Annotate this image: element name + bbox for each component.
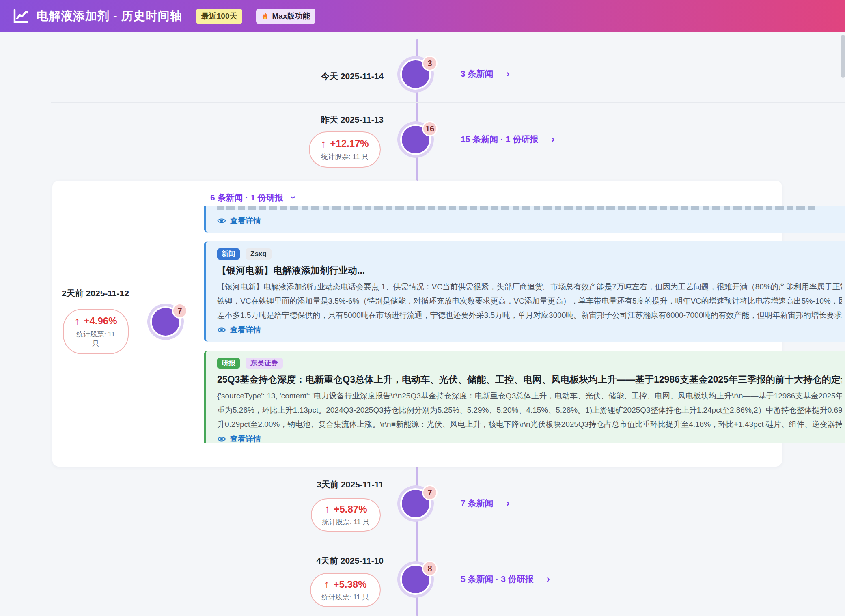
up-arrow-icon: ↑ — [324, 578, 329, 590]
chevron-right-icon: › — [551, 134, 554, 144]
change-stat-bubble: ↑ +5.38% 统计股票: 11 只 — [310, 573, 381, 607]
chevron-right-icon: › — [507, 498, 510, 508]
report-source-badge: 东吴证券 — [246, 358, 283, 369]
news-count-link[interactable]: 5 条新闻 · 3 份研报 › — [461, 573, 550, 585]
timeline-node[interactable]: 16 — [400, 124, 431, 155]
report-body-line: 升0.29pct至2.00%，钠电池、复合集流体上涨。\r\n■新能源：光伏、风… — [217, 417, 842, 431]
row-divider — [51, 102, 845, 103]
row-divider — [51, 543, 845, 543]
view-detail-link[interactable]: 查看详情 — [217, 215, 842, 226]
news-body-line: 铁锂，VC在铁锂里面的添加量是3.5%-6%（特别是储能，对循环充放电次数要求更… — [217, 294, 842, 308]
day-cards-list: 查看详情 新闻 Zsxq 【银河电新】电解液添加剂行业动... 【银河电新】电解… — [204, 206, 845, 443]
timeline-node[interactable]: 7 — [400, 488, 431, 519]
date-range-badge: 最近100天 — [196, 9, 243, 24]
timeline-node[interactable]: 3 — [400, 59, 431, 90]
news-count-link[interactable]: 7 条新闻 › — [461, 498, 510, 509]
entry-date: 2天前 2025-11-12 — [60, 288, 130, 299]
app-window: 电解液添加剂 - 历史时间轴 最近100天 Max版功能 今天 2025-11-… — [0, 0, 845, 616]
max-feature-badge: Max版功能 — [256, 9, 315, 24]
news-count-label: 3 条新闻 — [461, 68, 494, 80]
report-card[interactable]: 研报 东吴证券 25Q3基金持仓深度：电新重仓Q3总体上升，电动车、光伏、储能、… — [204, 351, 845, 443]
node-count-badge: 3 — [422, 56, 438, 71]
change-percent: +4.96% — [84, 315, 117, 327]
news-count-label: 7 条新闻 — [461, 498, 494, 509]
change-percent: +12.17% — [330, 138, 369, 149]
page-title: 电解液添加剂 - 历史时间轴 — [37, 8, 182, 24]
change-stat-bubble: ↑ +4.96% 统计股票: 11 只 — [63, 309, 129, 354]
chart-icon — [12, 8, 29, 25]
page-header: 电解液添加剂 - 历史时间轴 最近100天 Max版功能 — [0, 0, 845, 32]
max-feature-badge-label: Max版功能 — [272, 11, 310, 22]
news-body-line: 差不多1.5万吨是给宁德保供的，只有5000吨在市场进行流通，宁德也还要外采3.… — [217, 308, 842, 322]
news-card-clipped[interactable]: 查看详情 — [204, 206, 845, 233]
up-arrow-icon: ↑ — [321, 138, 326, 150]
news-source-badge: Zsxq — [246, 248, 272, 260]
report-body-line: 重为5.28%，环比上升1.13pct。2024Q3-2025Q3持仓比例分别为… — [217, 403, 842, 417]
clipped-text-fragment — [217, 206, 817, 210]
expanded-summary-link[interactable]: 6 条新闻 · 1 份研报 › — [210, 192, 294, 203]
chevron-right-icon: › — [507, 69, 510, 79]
chevron-down-icon: › — [287, 196, 298, 199]
entry-date: 昨天 2025-11-13 — [252, 114, 384, 125]
node-count-badge: 7 — [422, 485, 438, 500]
report-body-line: {'sourceType': 13, 'content': '电力设备行业深度报… — [217, 389, 842, 403]
view-detail-label: 查看详情 — [230, 434, 261, 443]
report-title: 25Q3基金持仓深度：电新重仓Q3总体上升，电动车、光伏、储能、工控、电网、风电… — [217, 373, 842, 386]
change-stat-bubble: ↑ +5.87% 统计股票: 11 只 — [311, 498, 381, 532]
timeline-node[interactable]: 8 — [400, 564, 431, 595]
news-body: 【银河电新】电解液添加剂行业动态电话会要点 1、供需情况：VC当前供需很紧，头部… — [217, 280, 842, 322]
change-percent: +5.87% — [334, 504, 367, 515]
change-percent: +5.38% — [333, 579, 366, 590]
stocks-count: 统计股票: 11 只 — [73, 330, 119, 349]
report-body: {'sourceType': 13, 'content': '电力设备行业深度报… — [217, 389, 842, 431]
fire-icon — [261, 12, 269, 21]
view-detail-link[interactable]: 查看详情 — [217, 434, 842, 443]
entry-date: 今天 2025-11-14 — [252, 71, 384, 82]
node-count-badge: 7 — [172, 303, 188, 319]
node-count-badge: 16 — [422, 121, 438, 136]
view-detail-link[interactable]: 查看详情 — [217, 325, 842, 335]
news-body-line: 【银河电新】电解液添加剂行业动态电话会要点 1、供需情况：VC当前供需很紧，头部… — [217, 280, 842, 294]
eye-icon — [217, 327, 226, 333]
entry-date: 4天前 2025-11-10 — [252, 555, 384, 566]
stocks-count: 统计股票: 11 只 — [322, 518, 370, 527]
expanded-day-panel: 6 条新闻 · 1 份研报 › 2天前 2025-11-12 ↑ +4.96% … — [52, 181, 782, 467]
stocks-count: 统计股票: 11 只 — [321, 153, 369, 162]
up-arrow-icon: ↑ — [74, 315, 80, 327]
view-detail-label: 查看详情 — [230, 215, 261, 226]
eye-icon — [217, 436, 226, 442]
news-count-link[interactable]: 3 条新闻 › — [461, 68, 510, 80]
news-count-label: 15 条新闻 · 1 份研报 — [461, 134, 538, 145]
news-count-link[interactable]: 15 条新闻 · 1 份研报 › — [461, 134, 554, 145]
news-card[interactable]: 新闻 Zsxq 【银河电新】电解液添加剂行业动... 【银河电新】电解液添加剂行… — [204, 241, 845, 342]
report-type-badge: 研报 — [217, 358, 240, 369]
up-arrow-icon: ↑ — [324, 503, 330, 515]
eye-icon — [217, 218, 226, 224]
news-count-label: 5 条新闻 · 3 份研报 — [461, 573, 534, 585]
expanded-summary-label: 6 条新闻 · 1 份研报 — [210, 192, 283, 203]
view-detail-label: 查看详情 — [230, 325, 261, 335]
news-type-badge: 新闻 — [217, 248, 240, 260]
scrollbar[interactable] — [841, 35, 845, 78]
chevron-right-icon: › — [547, 574, 550, 584]
news-title: 【银河电新】电解液添加剂行业动... — [217, 264, 842, 277]
node-count-badge: 8 — [422, 561, 438, 576]
entry-date: 3天前 2025-11-11 — [252, 479, 384, 490]
timeline-node[interactable]: 7 — [150, 306, 181, 337]
change-stat-bubble: ↑ +12.17% 统计股票: 11 只 — [309, 131, 381, 168]
stocks-count: 统计股票: 11 只 — [322, 593, 369, 602]
